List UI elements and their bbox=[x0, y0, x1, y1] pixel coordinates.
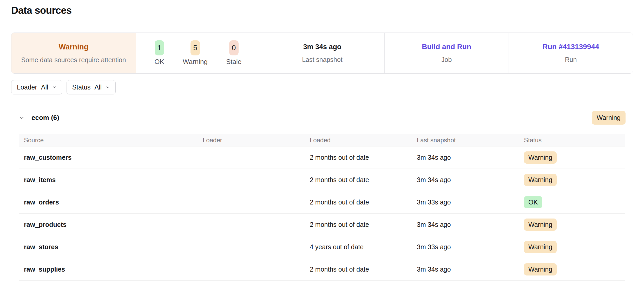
summary-bar: Warning Some data sources require attent… bbox=[11, 33, 633, 74]
loader-cell bbox=[198, 258, 305, 281]
chevron-down-icon bbox=[52, 84, 57, 91]
loader-cell bbox=[198, 191, 305, 214]
chevron-down-icon bbox=[106, 84, 110, 91]
status-badge: Warning bbox=[524, 219, 557, 231]
status-badge: Warning bbox=[524, 241, 557, 253]
loader-cell bbox=[198, 169, 305, 191]
loader-filter-dropdown[interactable]: Loader All bbox=[11, 80, 62, 94]
column-header-last-snapshot: Last snapshot bbox=[412, 134, 519, 146]
run-label: Run bbox=[565, 56, 577, 63]
source-name: raw_supplies bbox=[19, 258, 198, 281]
group-label: ecom (6) bbox=[31, 114, 59, 122]
job-card: Build and Run Job bbox=[384, 33, 509, 73]
data-sources-table: Source Loader Loaded Last snapshot Statu… bbox=[19, 134, 625, 281]
source-name: raw_stores bbox=[19, 236, 198, 258]
last-snapshot-cell: 3m 34s ago bbox=[412, 146, 519, 169]
last-snapshot-label: Last snapshot bbox=[302, 56, 343, 63]
table-header-row: Source Loader Loaded Last snapshot Statu… bbox=[19, 134, 625, 146]
count-stale-badge: 0 bbox=[229, 40, 239, 55]
status-card-subtitle: Some data sources require attention bbox=[21, 56, 126, 64]
loaded-cell: 4 years out of date bbox=[305, 236, 412, 258]
column-header-loader: Loader bbox=[198, 134, 305, 146]
main-content: Warning Some data sources require attent… bbox=[0, 33, 644, 281]
table-row[interactable]: raw_customers 2 months out of date 3m 34… bbox=[19, 146, 625, 169]
loaded-cell: 2 months out of date bbox=[305, 169, 412, 191]
count-stale: 0 Stale bbox=[226, 40, 241, 66]
status-filter-dropdown[interactable]: Status All bbox=[67, 80, 116, 94]
status-card-title: Warning bbox=[59, 43, 89, 51]
chevron-down-icon[interactable] bbox=[19, 115, 25, 121]
loader-filter-value: All bbox=[41, 84, 48, 91]
status-filter-name: Status bbox=[72, 84, 91, 91]
table-row[interactable]: raw_items 2 months out of date 3m 34s ag… bbox=[19, 169, 625, 191]
count-ok-badge: 1 bbox=[155, 40, 164, 55]
table-row[interactable]: raw_supplies 2 months out of date 3m 34s… bbox=[19, 258, 625, 281]
loader-cell bbox=[198, 146, 305, 169]
last-snapshot-cell: 3m 34s ago bbox=[412, 258, 519, 281]
loader-cell bbox=[198, 214, 305, 236]
last-snapshot-card: 3m 34s ago Last snapshot bbox=[260, 33, 384, 73]
last-snapshot-value: 3m 34s ago bbox=[303, 43, 341, 51]
column-header-source: Source bbox=[19, 134, 198, 146]
count-warning-badge: 5 bbox=[190, 40, 200, 55]
filters-bar: Loader All Status All bbox=[11, 80, 633, 94]
column-header-status: Status bbox=[519, 134, 625, 146]
source-name: raw_customers bbox=[19, 146, 198, 169]
source-name: raw_items bbox=[19, 169, 198, 191]
count-warning: 5 Warning bbox=[183, 40, 208, 66]
status-badge: OK bbox=[524, 196, 542, 208]
loaded-cell: 2 months out of date bbox=[305, 191, 412, 214]
page-header: Data sources bbox=[0, 0, 644, 21]
source-name: raw_orders bbox=[19, 191, 198, 214]
loaded-cell: 2 months out of date bbox=[305, 214, 412, 236]
column-header-loaded: Loaded bbox=[305, 134, 412, 146]
last-snapshot-cell: 3m 34s ago bbox=[412, 214, 519, 236]
status-badge: Warning bbox=[524, 174, 557, 186]
job-link[interactable]: Build and Run bbox=[422, 43, 471, 51]
run-card: Run #413139944 Run bbox=[509, 33, 633, 73]
loaded-cell: 2 months out of date bbox=[305, 146, 412, 169]
page-title: Data sources bbox=[11, 5, 72, 16]
count-stale-label: Stale bbox=[226, 58, 241, 66]
count-ok-label: OK bbox=[154, 58, 164, 66]
loader-cell bbox=[198, 236, 305, 258]
table-row[interactable]: raw_stores 4 years out of date 3m 33s ag… bbox=[19, 236, 625, 258]
last-snapshot-cell: 3m 33s ago bbox=[412, 236, 519, 258]
count-warning-label: Warning bbox=[183, 58, 208, 66]
last-snapshot-cell: 3m 34s ago bbox=[412, 169, 519, 191]
status-card: Warning Some data sources require attent… bbox=[11, 33, 136, 73]
loader-filter-name: Loader bbox=[17, 84, 37, 91]
status-badge: Warning bbox=[524, 151, 557, 164]
table-row[interactable]: raw_products 2 months out of date 3m 34s… bbox=[19, 214, 625, 236]
status-filter-value: All bbox=[95, 84, 102, 91]
table-row[interactable]: raw_orders 2 months out of date 3m 33s a… bbox=[19, 191, 625, 214]
run-link[interactable]: Run #413139944 bbox=[542, 43, 599, 51]
loaded-cell: 2 months out of date bbox=[305, 258, 412, 281]
count-ok: 1 OK bbox=[154, 40, 164, 66]
counts-card: 1 OK 5 Warning 0 Stale bbox=[136, 33, 260, 73]
group-status-badge: Warning bbox=[592, 111, 626, 125]
group-header-ecom[interactable]: ecom (6) Warning bbox=[11, 111, 633, 125]
job-label: Job bbox=[441, 56, 452, 63]
last-snapshot-cell: 3m 33s ago bbox=[412, 191, 519, 214]
section-divider bbox=[11, 102, 633, 102]
source-name: raw_products bbox=[19, 214, 198, 236]
status-badge: Warning bbox=[524, 263, 557, 275]
